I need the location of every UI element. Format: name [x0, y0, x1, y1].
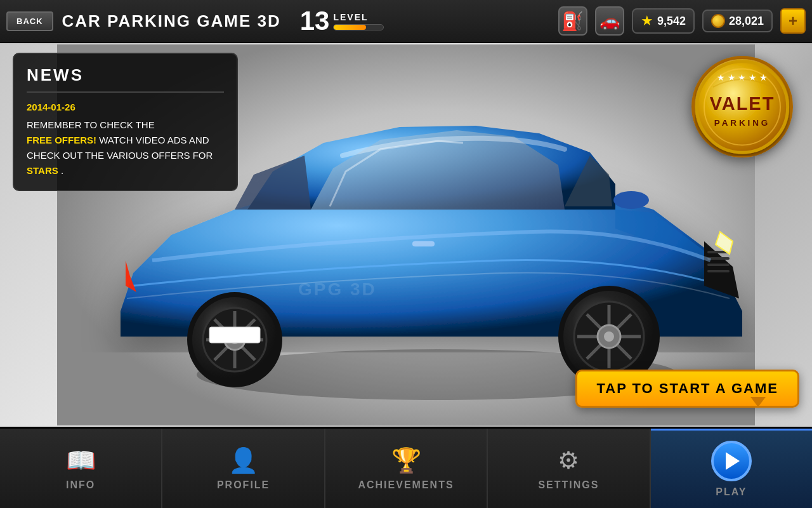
svg-rect-5 [707, 270, 730, 272]
add-currency-button[interactable]: + [780, 8, 806, 34]
timer-button[interactable]: 🚗 [595, 6, 624, 36]
level-text-block: LEVEL [333, 12, 384, 30]
play-circle [711, 441, 752, 481]
level-progress-bar [333, 24, 384, 30]
news-panel: NEWS 2014-01-26 REMEMBER TO CHECK THE FR… [13, 53, 238, 191]
level-number: 13 [300, 8, 330, 34]
svg-text:GPG 3D: GPG 3D [298, 279, 377, 299]
settings-label: SETTINGS [538, 479, 599, 491]
game-title: CAR PARKING GAME 3D [62, 11, 281, 31]
coin-icon [711, 14, 725, 28]
svg-rect-24 [412, 241, 435, 246]
stars-display: ★ 9,542 [632, 8, 695, 34]
bottom-nav: 📖 INFO 👤 PROFILE 🏆 ACHIEVEMENTS ⚙ SETTIN… [0, 427, 812, 508]
play-triangle-icon [726, 452, 740, 470]
star-icon: ★ [641, 13, 653, 29]
news-text-3: . [61, 165, 63, 176]
stars-count: 9,542 [657, 15, 686, 28]
coins-count: 28,021 [729, 15, 764, 28]
achievements-icon: 🏆 [391, 446, 421, 474]
timer-icon: 🚗 [599, 11, 620, 31]
svg-rect-27 [209, 327, 260, 343]
back-button[interactable]: BACK [6, 11, 53, 31]
svg-text:★ ★ ★ ★ ★: ★ ★ ★ ★ ★ [717, 73, 768, 83]
news-highlight-free-offers[interactable]: FREE OFFERS! [27, 135, 96, 145]
main-content: GPG 3D NEWS 2014-01-26 REMEMBER TO CHECK… [0, 43, 812, 427]
news-highlight-stars: STARS [27, 165, 58, 176]
tap-start-label: TAP TO START A GAME [596, 380, 778, 396]
tap-start-button[interactable]: TAP TO START A GAME [575, 370, 799, 408]
top-icons: ⛽ 🚗 ★ 9,542 28,021 + [558, 6, 806, 36]
nav-item-info[interactable]: 📖 INFO [0, 429, 162, 508]
news-text-1: REMEMBER TO CHECK THE [27, 119, 155, 130]
achievements-label: ACHIEVEMENTS [358, 479, 454, 491]
profile-icon: 👤 [228, 446, 258, 474]
valet-badge-outer: ★ ★ ★ ★ ★ VALET PARKING [691, 56, 793, 157]
nav-item-profile[interactable]: 👤 PROFILE [162, 429, 325, 508]
svg-text:PARKING: PARKING [714, 118, 771, 128]
settings-icon: ⚙ [558, 446, 579, 474]
nav-item-settings[interactable]: ⚙ SETTINGS [488, 429, 650, 508]
play-label: PLAY [716, 486, 747, 498]
nav-item-play[interactable]: PLAY [651, 429, 812, 508]
info-icon: 📖 [66, 446, 96, 474]
svg-point-14 [604, 331, 614, 342]
fuel-icon: ⛽ [561, 11, 584, 32]
info-label: INFO [66, 479, 95, 491]
fuel-button[interactable]: ⛽ [558, 6, 587, 36]
coins-display: 28,021 [702, 10, 773, 32]
news-title: NEWS [27, 65, 224, 93]
level-word: LEVEL [333, 12, 368, 22]
valet-badge[interactable]: ★ ★ ★ ★ ★ VALET PARKING [691, 56, 793, 157]
tap-arrow-indicator [750, 397, 766, 407]
nav-item-achievements[interactable]: 🏆 ACHIEVEMENTS [325, 429, 488, 508]
news-body: REMEMBER TO CHECK THE FREE OFFERS! WATCH… [27, 117, 224, 178]
valet-shield-svg: ★ ★ ★ ★ ★ VALET PARKING [695, 58, 790, 156]
level-display: 13 LEVEL [300, 8, 384, 34]
svg-rect-4 [707, 264, 730, 266]
news-date: 2014-01-26 [27, 102, 224, 112]
level-progress-fill [334, 25, 366, 30]
profile-label: PROFILE [217, 479, 270, 491]
top-bar: BACK CAR PARKING GAME 3D 13 LEVEL ⛽ 🚗 ★ … [0, 0, 812, 43]
svg-text:VALET: VALET [710, 93, 775, 113]
svg-point-25 [613, 191, 649, 209]
